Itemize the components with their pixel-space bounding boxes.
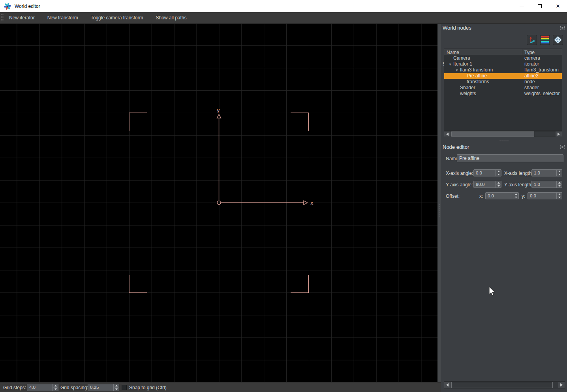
grid-spacing-spinbox[interactable]: 0.25	[88, 384, 119, 391]
title-bar[interactable]: World editor ✕	[0, 0, 567, 12]
node-type: node	[524, 79, 535, 85]
name-column-header[interactable]: Name	[447, 50, 459, 55]
x-axis-angle-spinbox[interactable]: 0.0	[473, 169, 501, 176]
arrow-down-icon	[558, 197, 561, 198]
filter-transform-nodes-button[interactable]	[527, 35, 537, 45]
y-axis-length-value[interactable]: 1.0	[532, 181, 556, 188]
offset-x-value[interactable]: 0.0	[486, 193, 513, 199]
close-button[interactable]: ✕	[549, 0, 567, 12]
tree-header[interactable]: Name Type	[444, 49, 562, 55]
y-axis-length-spinbox[interactable]: 1.0	[531, 181, 562, 188]
corner-bracket-bottom-right	[291, 275, 309, 293]
table-row[interactable]: ▾flam3 transform flam3_transform	[444, 67, 562, 73]
node-name-input[interactable]	[457, 154, 563, 162]
scroll-right-button[interactable]	[556, 131, 562, 137]
arrow-up-icon	[54, 385, 57, 386]
type-column-header[interactable]: Type	[524, 50, 535, 55]
spin-down-button[interactable]	[557, 196, 562, 199]
expander-icon[interactable]: ▾	[447, 61, 453, 67]
toggle-camera-transform-button[interactable]: Toggle camera transform	[88, 12, 146, 24]
offset-y-spinbox[interactable]: 0.0	[528, 192, 562, 199]
spin-up-button[interactable]	[557, 181, 562, 185]
y-axis-angle-label: Y-axis angle:	[446, 182, 473, 188]
table-row[interactable]: ▾Iterator 1 iterator	[444, 61, 562, 67]
maximize-button[interactable]	[531, 0, 549, 12]
table-row[interactable]: Shader shader	[444, 85, 562, 91]
float-panel-icon[interactable]	[560, 144, 565, 150]
float-panel-icon[interactable]	[560, 25, 565, 30]
x-axis-length-value[interactable]: 1.0	[532, 170, 556, 176]
panel-horizontal-scrollbar[interactable]	[444, 381, 565, 388]
panel-splitter[interactable]	[437, 24, 441, 392]
arrow-up-icon	[515, 193, 517, 195]
arrow-left-icon	[446, 383, 449, 386]
offset-x-spinbox[interactable]: 0.0	[485, 192, 519, 199]
spin-up-button[interactable]	[496, 181, 501, 185]
spin-up-button[interactable]	[513, 193, 518, 196]
grid-steps-spinbox[interactable]: 4.0	[27, 384, 58, 391]
tree-rows: Camera camera ▾Iterator 1 iterator ▾flam…	[444, 55, 562, 97]
new-iterator-button[interactable]: New iterator	[6, 12, 38, 24]
node-name: Camera	[453, 55, 470, 61]
column-divider[interactable]	[522, 49, 522, 55]
spin-down-button[interactable]	[496, 185, 501, 188]
arrow-up-icon	[558, 171, 561, 172]
scroll-left-button[interactable]	[444, 131, 451, 137]
arrow-right-icon	[560, 383, 563, 386]
x-axis-label: x	[310, 199, 314, 206]
scrollbar-track[interactable]	[451, 131, 556, 137]
table-row[interactable]: weights weights_selector	[444, 91, 562, 97]
spin-up-button[interactable]	[114, 384, 119, 388]
toolbar-grip-handle[interactable]	[1, 14, 4, 22]
scrollbar-thumb[interactable]	[451, 382, 553, 388]
spin-up-button[interactable]	[53, 384, 58, 388]
spin-down-button[interactable]	[557, 185, 562, 188]
filter-weights-nodes-button[interactable]	[553, 35, 563, 45]
table-row[interactable]: Pre affine affine2	[444, 73, 562, 79]
offset-y-value[interactable]: 0.0	[528, 193, 556, 199]
node-type: camera	[524, 55, 540, 61]
spin-down-button[interactable]	[114, 388, 119, 391]
scrollbar-thumb[interactable]	[451, 131, 534, 137]
expander-icon[interactable]: ▾	[454, 67, 460, 73]
minimize-button[interactable]	[513, 0, 531, 12]
show-all-paths-button[interactable]: Show all paths	[152, 12, 190, 24]
new-transform-button[interactable]: New transform	[44, 12, 81, 24]
table-row[interactable]: Camera camera	[444, 55, 562, 61]
arrow-up-icon	[498, 182, 500, 184]
spin-up-button[interactable]	[557, 170, 562, 173]
node-type: weights_selector	[524, 91, 559, 97]
right-panel: World nodes Show node types:	[441, 24, 567, 392]
tree-horizontal-scrollbar[interactable]	[444, 131, 562, 137]
section-splitter-handle[interactable]	[499, 140, 509, 142]
window-title: World editor	[15, 4, 40, 9]
node-name: Shader	[460, 85, 475, 90]
scroll-left-button[interactable]	[444, 382, 451, 388]
spin-down-button[interactable]	[557, 173, 562, 176]
spin-up-button[interactable]	[557, 193, 562, 196]
origin-marker	[217, 201, 221, 204]
grid-spacing-value[interactable]: 0.25	[88, 384, 113, 391]
x-axis-length-spinbox[interactable]: 1.0	[531, 169, 562, 176]
y-axis-angle-spinbox[interactable]: 90.0	[473, 181, 501, 188]
node-editor-title: Node editor	[443, 144, 469, 150]
mouse-cursor	[489, 286, 496, 296]
x-axis-angle-value[interactable]: 0.0	[474, 170, 496, 176]
y-axis-angle-value[interactable]: 90.0	[474, 181, 496, 188]
spin-down-button[interactable]	[496, 173, 501, 176]
spin-up-button[interactable]	[496, 170, 501, 173]
grid-steps-value[interactable]: 4.0	[27, 384, 53, 391]
scroll-right-button[interactable]	[558, 382, 565, 388]
arrow-left-icon	[446, 133, 449, 136]
world-canvas[interactable]: x y	[0, 24, 437, 382]
arrow-down-icon	[498, 174, 500, 175]
spin-down-button[interactable]	[513, 196, 518, 199]
scrollbar-track[interactable]	[451, 382, 558, 388]
snap-to-grid-checkbox[interactable]	[122, 385, 127, 390]
world-nodes-tree: Name Type Camera camera ▾Iterator 1 iter…	[444, 49, 562, 131]
table-row[interactable]: transforms node	[444, 79, 562, 85]
corner-bracket-top-right	[291, 113, 309, 131]
spin-down-button[interactable]	[53, 388, 58, 391]
y-axis-arrow	[217, 114, 221, 118]
filter-shader-nodes-button[interactable]	[540, 35, 550, 45]
